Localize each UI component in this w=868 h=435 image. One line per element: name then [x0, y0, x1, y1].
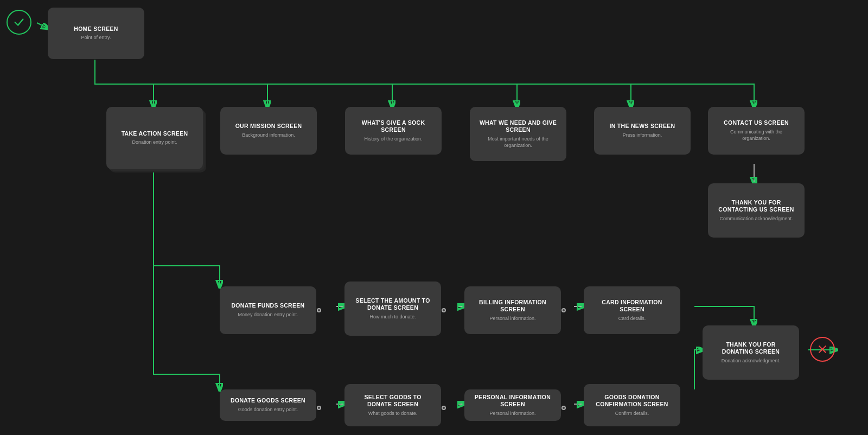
- connector-dot-2: [442, 308, 446, 312]
- node-contact-us[interactable]: CONTACT US SCREEN Communicating with the…: [708, 107, 805, 155]
- node-take-action[interactable]: TAKE ACTION SCREEN Donation entry point.: [106, 107, 203, 169]
- node-our-mission[interactable]: OUR MISSION SCREEN Background informatio…: [220, 107, 317, 155]
- node-select-amount[interactable]: SELECT THE AMOUNT TO DONATE SCREEN How m…: [344, 282, 441, 336]
- node-thank-you-donating[interactable]: THANK YOU FOR DONATING SCREEN Donation a…: [703, 325, 799, 380]
- node-donate-goods[interactable]: DONATE GOODS SCREEN Goods donation entry…: [220, 389, 316, 421]
- node-personal-info[interactable]: PERSONAL INFORMATION SCREEN Personal inf…: [464, 389, 561, 421]
- node-donate-funds[interactable]: DONATE FUNDS SCREEN Money donation entry…: [220, 286, 316, 334]
- node-whats-give[interactable]: WHAT'S GIVE A SOCK SCREEN History of the…: [345, 107, 442, 155]
- node-in-the-news[interactable]: IN THE NEWS SCREEN Press information.: [594, 107, 691, 155]
- node-what-we-need[interactable]: WHAT WE NEED AND GIVE SCREEN Most import…: [470, 107, 566, 161]
- node-goods-confirmation[interactable]: GOODS DONATION CONFIRMATION SCREEN Confi…: [584, 384, 680, 426]
- start-node: [7, 10, 31, 35]
- connector-dot-6: [561, 406, 566, 410]
- node-billing-info[interactable]: BILLING INFORMATION SCREEN Personal info…: [464, 286, 561, 334]
- node-select-goods[interactable]: SELECT GOODS TO DONATE SCREEN What goods…: [344, 384, 441, 426]
- node-card-info[interactable]: CARD INFORMATION SCREEN Card details.: [584, 286, 680, 334]
- connector-dot-3: [561, 308, 566, 312]
- connector-dot-4: [317, 406, 321, 410]
- connector-dot-5: [442, 406, 446, 410]
- connector-dot-1: [317, 308, 321, 312]
- end-node: [810, 337, 835, 362]
- node-home-screen[interactable]: HOME SCREEN Point of entry.: [48, 8, 144, 59]
- node-thank-you-contact[interactable]: THANK YOU FOR CONTACTING US SCREEN Commu…: [708, 183, 805, 238]
